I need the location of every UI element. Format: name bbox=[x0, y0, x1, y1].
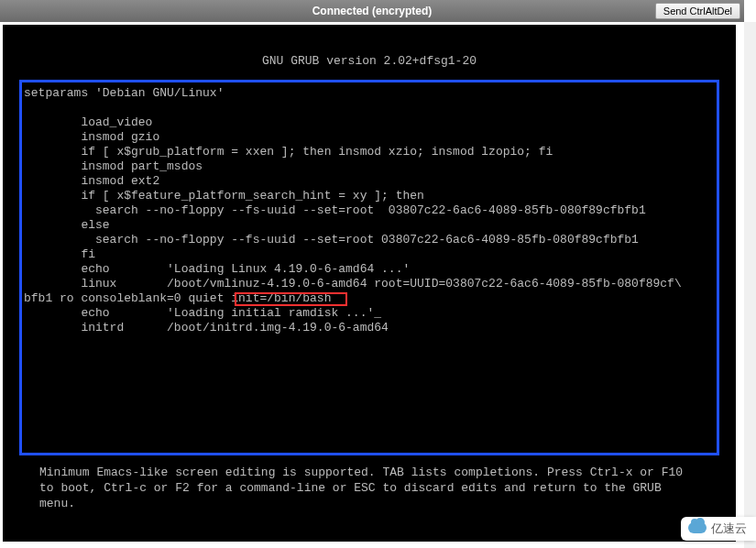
vertical-scrollbar[interactable] bbox=[744, 22, 756, 548]
send-ctrlaltdel-button[interactable]: Send CtrlAltDel bbox=[655, 3, 740, 19]
cloud-icon bbox=[688, 522, 707, 535]
watermark-badge: 亿速云 bbox=[681, 517, 756, 541]
grub-title: GNU GRUB version 2.02+dfsg1-20 bbox=[3, 25, 736, 80]
grub-code-content[interactable]: setparams 'Debian GNU/Linux' load_video … bbox=[24, 86, 715, 335]
connection-status: Connected (encrypted) bbox=[312, 5, 433, 17]
vnc-header: Connected (encrypted) Send CtrlAltDel bbox=[0, 0, 744, 22]
watermark-text: 亿速云 bbox=[711, 521, 747, 537]
grub-edit-box[interactable]: setparams 'Debian GNU/Linux' load_video … bbox=[19, 80, 719, 455]
grub-help-text: Minimum Emacs-like screen editing is sup… bbox=[3, 455, 736, 511]
console-container: GNU GRUB version 2.02+dfsg1-20 setparams… bbox=[0, 22, 744, 548]
grub-console[interactable]: GNU GRUB version 2.02+dfsg1-20 setparams… bbox=[3, 25, 736, 542]
